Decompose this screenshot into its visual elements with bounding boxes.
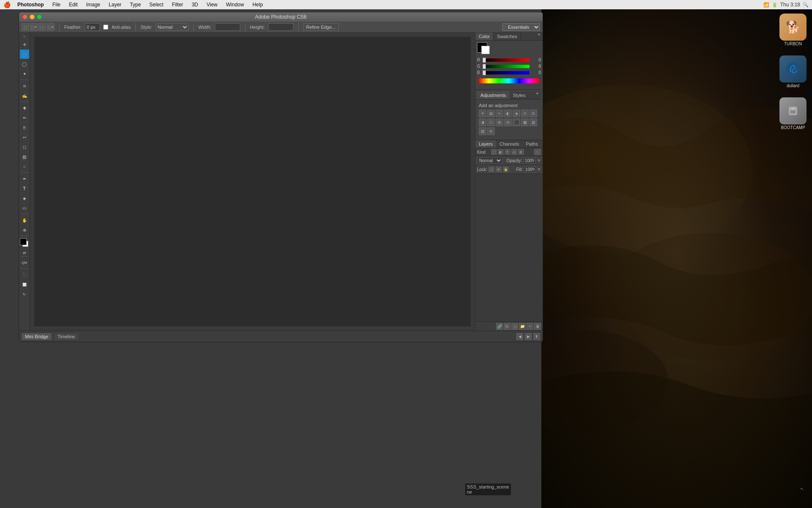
opacity-arrow[interactable]: ▼ bbox=[537, 158, 541, 163]
close-button[interactable] bbox=[22, 14, 27, 19]
delete-layer-button[interactable]: 🗑 bbox=[534, 323, 541, 330]
menu-window[interactable]: Window bbox=[224, 1, 246, 8]
dock-item-turbon[interactable]: 🐕 TURBON bbox=[776, 14, 810, 46]
selective-color-icon[interactable]: ⊚ bbox=[487, 127, 495, 135]
levels-icon[interactable]: ▤ bbox=[487, 110, 495, 117]
layers-filter-toggle[interactable]: ○ bbox=[534, 149, 541, 155]
move-tool[interactable]: ✛ bbox=[20, 40, 29, 49]
bottom-scroll-right[interactable]: ▶ bbox=[525, 333, 532, 340]
heal-tool[interactable]: ✚ bbox=[20, 103, 29, 113]
text-tool[interactable]: T bbox=[20, 184, 29, 193]
pen-tool[interactable]: ✒ bbox=[20, 174, 29, 183]
shape-filter-icon[interactable]: ▭ bbox=[511, 149, 517, 155]
menu-image[interactable]: Image bbox=[85, 1, 102, 8]
brightness-contrast-icon[interactable]: ☀ bbox=[479, 110, 486, 117]
hand-tool[interactable]: ✋ bbox=[20, 215, 29, 225]
menu-photoshop[interactable]: Photoshop bbox=[16, 1, 46, 8]
eraser-tool[interactable]: ◻ bbox=[20, 142, 29, 152]
fill-arrow[interactable]: ▼ bbox=[537, 167, 541, 171]
foreground-color[interactable] bbox=[20, 238, 27, 245]
new-group-button[interactable]: 📁 bbox=[519, 323, 526, 330]
posterize-icon[interactable]: ▦ bbox=[521, 119, 529, 126]
tab-channels[interactable]: Channels bbox=[496, 140, 522, 148]
width-input[interactable] bbox=[215, 23, 240, 31]
add-selection-icon[interactable]: ⬚+ bbox=[30, 23, 38, 31]
tab-adjustments[interactable]: Adjustments bbox=[477, 91, 510, 99]
adjustments-menu[interactable]: ▼ bbox=[534, 91, 541, 99]
lock-all-button[interactable]: 🔒 bbox=[503, 166, 509, 172]
dodge-tool[interactable]: ○ bbox=[20, 162, 29, 171]
opacity-input[interactable] bbox=[524, 157, 535, 164]
lock-pixels-button[interactable]: ⬚ bbox=[488, 166, 494, 172]
new-selection-icon[interactable]: ⬚ bbox=[22, 23, 29, 31]
blue-slider[interactable] bbox=[483, 71, 529, 75]
artboard-button[interactable]: ⬜ bbox=[20, 280, 29, 289]
fill-input[interactable] bbox=[524, 166, 536, 173]
exposure-icon[interactable]: ◐ bbox=[504, 110, 512, 117]
refine-edge-button[interactable]: Refine Edge... bbox=[303, 23, 339, 31]
lock-position-button[interactable]: ✛ bbox=[496, 166, 502, 172]
dock-item-bootcamp[interactable]: BOOTCAMP bbox=[776, 97, 810, 130]
hue-saturation-icon[interactable]: ⊙ bbox=[521, 110, 529, 117]
height-input[interactable] bbox=[268, 23, 294, 31]
intersect-selection-icon[interactable]: ⬚× bbox=[47, 23, 55, 31]
bottom-expand[interactable]: ⬆ bbox=[533, 333, 540, 340]
spotlight-icon[interactable]: 🔍 bbox=[803, 2, 809, 8]
clone-tool[interactable]: ⎘ bbox=[20, 123, 29, 132]
marquee-tool[interactable]: ⬚ bbox=[20, 50, 29, 59]
lasso-tool[interactable]: ◯ bbox=[20, 59, 29, 69]
menu-3d[interactable]: 3D bbox=[190, 1, 200, 8]
brush-tool[interactable]: ✏ bbox=[20, 113, 29, 122]
invert-icon[interactable]: ⬛ bbox=[513, 119, 520, 126]
style-select[interactable]: Normal Fixed Ratio Fixed Size bbox=[156, 23, 189, 31]
adjustment-filter-icon[interactable]: ◐ bbox=[498, 149, 504, 155]
menu-select[interactable]: Select bbox=[148, 1, 165, 8]
layer-mask-button[interactable]: ◻ bbox=[511, 323, 518, 330]
tab-paths[interactable]: Paths bbox=[523, 140, 541, 148]
threshold-icon[interactable]: ▥ bbox=[529, 119, 537, 126]
new-layer-button[interactable]: + bbox=[527, 323, 533, 330]
toolbar-collapse[interactable]: » bbox=[23, 34, 25, 39]
magic-wand-tool[interactable]: ✦ bbox=[20, 69, 29, 78]
eyedropper-tool[interactable]: ✍ bbox=[20, 91, 29, 100]
crop-tool[interactable]: ⧈ bbox=[20, 81, 29, 91]
vibrance-icon[interactable]: ◈ bbox=[513, 110, 520, 117]
color-lookup-icon[interactable]: ⊟ bbox=[504, 119, 512, 126]
color-balance-icon[interactable]: ⚖ bbox=[529, 110, 537, 117]
subtract-selection-icon[interactable]: ⬚- bbox=[38, 23, 46, 31]
shape-tool[interactable]: ▭ bbox=[20, 203, 29, 213]
text-filter-icon[interactable]: T bbox=[505, 149, 510, 155]
menu-edit[interactable]: Edit bbox=[67, 1, 80, 8]
color-panel-menu[interactable]: ▼ bbox=[535, 33, 543, 40]
tab-color[interactable]: Color bbox=[475, 33, 494, 40]
tab-layers[interactable]: Layers bbox=[475, 140, 496, 148]
minimize-button[interactable] bbox=[30, 14, 35, 19]
bottom-scroll-left[interactable]: ◀ bbox=[516, 333, 523, 340]
rotate-view-button[interactable]: ↻ bbox=[20, 290, 29, 299]
menu-help[interactable]: Help bbox=[251, 1, 265, 8]
tab-mini-bridge[interactable]: Mini Bridge bbox=[22, 333, 52, 340]
photo-filter-icon[interactable]: ⬡ bbox=[487, 119, 495, 126]
path-selection-tool[interactable]: ◈ bbox=[20, 193, 29, 203]
feather-input[interactable] bbox=[85, 23, 100, 31]
anti-alias-checkbox[interactable] bbox=[103, 25, 108, 30]
canvas[interactable] bbox=[34, 37, 471, 326]
dock-item-dullard[interactable]: dullard bbox=[776, 55, 810, 88]
layer-link-button[interactable]: 🔗 bbox=[496, 323, 503, 330]
tab-swatches[interactable]: Swatches bbox=[494, 33, 521, 40]
curves-icon[interactable]: ∿ bbox=[496, 110, 503, 117]
green-slider[interactable] bbox=[483, 65, 529, 68]
pixel-filter-icon[interactable]: ⬚ bbox=[491, 149, 497, 155]
channel-mixer-icon[interactable]: ⊞ bbox=[496, 119, 503, 126]
red-slider[interactable] bbox=[483, 58, 529, 62]
menu-view[interactable]: View bbox=[205, 1, 219, 8]
menu-filter[interactable]: Filter bbox=[170, 1, 185, 8]
tab-timeline[interactable]: Timeline bbox=[54, 333, 78, 340]
layers-panel-menu[interactable]: ▼ bbox=[541, 140, 543, 148]
smart-filter-icon[interactable]: ⊛ bbox=[518, 149, 524, 155]
layer-effects-button[interactable]: fx bbox=[504, 323, 510, 330]
history-brush-tool[interactable]: ↩ bbox=[20, 133, 29, 142]
switch-colors-icon[interactable]: ⇄ bbox=[23, 251, 26, 255]
tab-styles[interactable]: Styles bbox=[510, 91, 529, 99]
gradient-map-icon[interactable]: ▧ bbox=[479, 127, 486, 135]
